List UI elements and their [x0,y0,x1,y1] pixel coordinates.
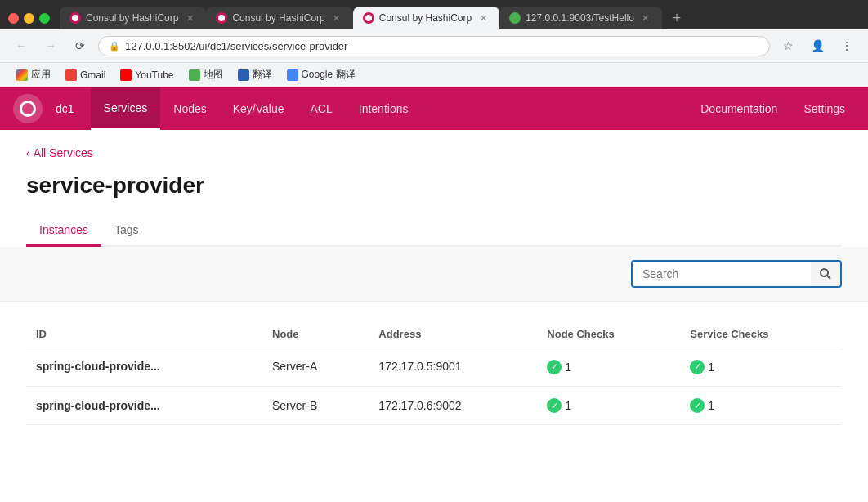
bookmark-apps[interactable]: 应用 [10,66,57,83]
menu-button[interactable]: ⋮ [835,34,858,57]
tab-favicon-4 [509,12,521,24]
table-row: spring-cloud-provide... Server-A 172.17.… [26,347,842,387]
consul-logo [13,94,43,123]
tab-favicon-3 [363,12,374,24]
row2-node-checks: ✓ 1 [537,386,680,425]
browser-tab-3[interactable]: Consul by HashiCorp ✕ [353,7,499,29]
row1-node: Server-A [262,347,369,387]
col-header-node-checks: Node Checks [537,321,680,347]
service-title: service-provider [26,173,842,199]
svg-line-1 [828,276,831,280]
apps-icon [16,69,28,81]
table-area: ID Node Address Node Checks Service Chec… [26,321,842,425]
row1-service-check-icon: ✓ [690,360,705,374]
consul-logo-inner [20,101,36,117]
row1-node-check-icon: ✓ [547,360,562,374]
tabs-bar: Consul by HashiCorp ✕ Consul by HashiCor… [60,7,860,29]
bookmark-translate-label: Google 翻译 [302,68,356,82]
consul-nav-right: Documentation Settings [691,87,855,130]
close-window-button[interactable] [8,13,19,24]
nav-link-key-value[interactable]: Key/Value [220,87,298,130]
instances-table: ID Node Address Node Checks Service Chec… [26,321,842,425]
refresh-button[interactable]: ⟳ [69,34,92,57]
tab-title-4: 127.0.0.1:9003/TestHello [526,12,634,24]
address-bar-row: ← → ⟳ 🔒 127.0.0.1:8502/ui/dc1/services/s… [0,29,868,63]
search-input[interactable] [631,260,811,288]
youtube-icon [120,69,132,81]
row2-service-checks-count: 1 [708,399,714,412]
bookmark-youtube-label: YouTube [135,69,173,81]
tab-tags[interactable]: Tags [101,215,152,247]
browser-chrome: Consul by HashiCorp ✕ Consul by HashiCor… [0,0,868,87]
bookmark-button[interactable]: ☆ [776,34,799,57]
page-content: ‹ All Services service-provider Instance… [0,130,868,441]
row1-service-checks-badge: ✓ 1 [690,360,714,374]
tab-close-4[interactable]: ✕ [639,11,652,25]
nav-link-services[interactable]: Services [91,87,161,130]
lock-icon: 🔒 [109,41,120,52]
row2-service-checks: ✓ 1 [680,386,842,425]
forward-button[interactable]: → [39,34,62,57]
nav-link-intentions[interactable]: Intentions [346,87,422,130]
nav-documentation-link[interactable]: Documentation [691,87,787,130]
bookmark-translate[interactable]: Google 翻译 [280,66,362,83]
bookmark-youtube[interactable]: YouTube [114,68,180,83]
browser-tab-2[interactable]: Consul by HashiCorp ✕ [206,7,352,29]
address-bar[interactable]: 🔒 127.0.0.1:8502/ui/dc1/services/service… [98,36,770,56]
maximize-window-button[interactable] [39,13,50,24]
tab-close-3[interactable]: ✕ [477,11,490,25]
col-header-address: Address [369,321,537,347]
minimize-window-button[interactable] [24,13,34,24]
nav-settings-link[interactable]: Settings [794,87,855,130]
col-header-service-checks: Service Checks [680,321,842,347]
consul-app: dc1 Services Nodes Key/Value ACL Intenti… [0,87,868,441]
row1-node-checks-badge: ✓ 1 [547,360,571,374]
search-area [0,247,868,302]
tab-close-2[interactable]: ✕ [330,11,343,25]
table-row: spring-cloud-provide... Server-B 172.17.… [26,386,842,425]
row2-node-checks-badge: ✓ 1 [547,398,571,413]
breadcrumb-all-services-link[interactable]: All Services [34,146,93,159]
row2-node: Server-B [262,386,369,425]
tab-close-1[interactable]: ✕ [183,11,196,25]
new-tab-button[interactable]: + [665,7,688,29]
table-body: spring-cloud-provide... Server-A 172.17.… [26,347,842,425]
browser-tab-1[interactable]: Consul by HashiCorp ✕ [60,7,206,29]
profile-button[interactable]: 👤 [806,34,829,57]
tab-instances[interactable]: Instances [26,215,101,247]
row2-service-checks-badge: ✓ 1 [690,398,714,413]
back-button[interactable]: ← [10,34,33,57]
bookmarks-bar: 应用 Gmail YouTube 地图 翻译 Google 翻译 [0,63,868,87]
nav-link-acl[interactable]: ACL [298,87,346,130]
bookmark-maps-label: 地图 [204,68,223,82]
content-tabs: Instances Tags [26,215,842,247]
tab-title-1: Consul by HashiCorp [86,12,178,24]
bookmark-word[interactable]: 翻译 [231,66,279,83]
address-text: 127.0.0.1:8502/ui/dc1/services/service-p… [125,40,759,52]
nav-link-nodes[interactable]: Nodes [160,87,219,130]
browser-tab-4[interactable]: 127.0.0.1:9003/TestHello ✕ [499,7,662,29]
row1-address: 172.17.0.5:9001 [369,347,537,387]
row1-service-checks: ✓ 1 [680,347,842,387]
maps-icon [189,69,200,81]
window-controls [8,13,50,24]
row2-node-check-icon: ✓ [547,398,562,413]
bookmark-maps[interactable]: 地图 [182,66,230,83]
bookmark-gmail[interactable]: Gmail [59,68,112,83]
search-button[interactable] [811,260,842,288]
bookmark-word-label: 翻译 [253,68,272,82]
bookmark-apps-label: 应用 [31,68,51,82]
row1-id: spring-cloud-provide... [26,347,262,387]
tab-title-2: Consul by HashiCorp [232,12,324,24]
consul-nav-links: Services Nodes Key/Value ACL Intentions [91,87,691,130]
table-header: ID Node Address Node Checks Service Chec… [26,321,842,347]
breadcrumb: ‹ All Services [26,146,842,159]
row2-id: spring-cloud-provide... [26,386,262,425]
datacenter-label: dc1 [56,102,74,115]
title-bar: Consul by HashiCorp ✕ Consul by HashiCor… [0,0,868,29]
consul-navbar: dc1 Services Nodes Key/Value ACL Intenti… [0,87,868,130]
search-wrapper [631,260,842,288]
svg-point-0 [821,269,828,276]
row2-service-check-icon: ✓ [690,398,705,413]
col-header-id: ID [26,321,262,347]
